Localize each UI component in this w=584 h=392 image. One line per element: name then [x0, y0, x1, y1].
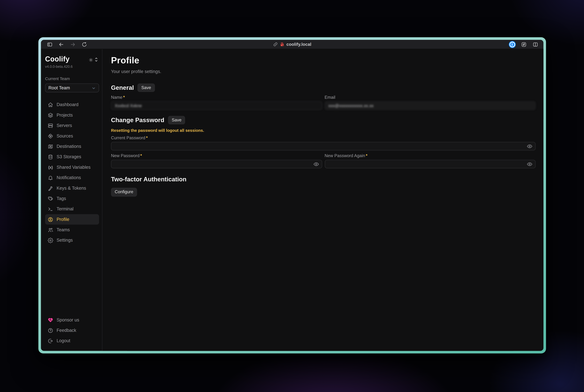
sidebar-item-label: Tags [56, 196, 66, 201]
name-input[interactable] [111, 102, 322, 110]
email-input[interactable] [325, 102, 536, 110]
sidebar-item-keys-tokens[interactable]: Keys & Tokens [45, 183, 99, 193]
required-asterisk: * [140, 154, 142, 158]
heart-handshake-icon [48, 317, 53, 323]
server-icon [48, 123, 53, 128]
sidebar-item-teams[interactable]: Teams [45, 225, 99, 235]
sidebar-item-label: Dashboard [56, 102, 78, 107]
eye-icon[interactable] [313, 162, 319, 167]
variables-icon: (x) [48, 164, 53, 170]
required-asterisk: * [146, 136, 148, 140]
forward-icon[interactable] [69, 41, 76, 48]
tag-icon [48, 196, 53, 201]
app-version: v4.0.0-beta.420.6 [45, 64, 72, 68]
sidebar-item-sources[interactable]: Sources [45, 131, 99, 141]
sidebar-item-label: Sources [56, 133, 73, 138]
eye-icon[interactable] [526, 144, 532, 150]
sidebar-toggle-icon[interactable] [46, 41, 53, 48]
sidebar-item-label: Shared Variables [56, 164, 90, 170]
new-password-again-input[interactable] [325, 160, 536, 168]
sidebar-item-servers[interactable]: Servers [45, 120, 99, 131]
window-frame: coolify.local [38, 37, 546, 354]
sidebar-item-notifications[interactable]: Notifications [45, 172, 99, 183]
required-asterisk: * [366, 154, 368, 158]
name-label: Name* [111, 95, 322, 100]
sidebar-item-tags[interactable]: Tags [45, 193, 99, 204]
eye-icon[interactable] [526, 162, 532, 167]
change-password-heading: Change Password [111, 117, 164, 124]
insecure-lock-icon [280, 42, 284, 46]
sidebar-nav: DashboardProjectsServersSourcesDestinati… [45, 100, 99, 246]
layers-icon [48, 112, 53, 118]
logout-icon [48, 338, 53, 344]
split-view-icon[interactable] [532, 41, 538, 48]
theme-toggle[interactable] [89, 56, 98, 63]
sidebar-item-label: Teams [56, 227, 70, 232]
sidebar-item-label: Logout [56, 338, 70, 344]
new-password-again-label: New Password Again* [325, 154, 536, 158]
sidebar-item-label: Terminal [56, 206, 74, 212]
sidebar-item-label: Sponsor us [56, 317, 79, 322]
sidebar-item-settings[interactable]: Settings [45, 235, 99, 246]
user-circle-icon [48, 216, 53, 222]
sidebar-item-label: S3 Storages [56, 154, 81, 160]
chevron-down-icon [92, 86, 96, 90]
sidebar-item-sponsor[interactable]: Sponsor us [45, 315, 99, 325]
sidebar-item-label: Feedback [56, 328, 76, 333]
page-subtitle: Your user profile settings. [111, 69, 536, 74]
team-select-value: Root Team [48, 85, 70, 90]
sidebar-item-label: Profile [56, 217, 69, 222]
sidebar-item-s3-storages[interactable]: S3 Storages [45, 152, 99, 162]
new-password-label: New Password* [111, 154, 322, 158]
general-save-button[interactable]: Save [138, 84, 155, 92]
sidebar-footer-nav: Sponsor usFeedbackLogout [45, 315, 99, 346]
sidebar-item-shared-variables[interactable]: (x)Shared Variables [45, 162, 99, 172]
reader-options-icon[interactable] [520, 41, 527, 48]
main-content: Profile Your user profile settings. Gene… [102, 49, 543, 351]
home-icon [48, 102, 53, 107]
team-select[interactable]: Root Team [45, 84, 99, 92]
link-icon [273, 42, 278, 46]
help-circle-icon [48, 328, 53, 333]
key-icon [48, 185, 53, 191]
sidebar-item-label: Settings [56, 238, 73, 243]
onepassword-icon[interactable] [509, 41, 516, 48]
current-password-label: Current Password* [111, 136, 536, 140]
new-password-input[interactable] [111, 160, 322, 168]
sidebar-item-projects[interactable]: Projects [45, 110, 99, 120]
sidebar-item-terminal[interactable]: Terminal [45, 204, 99, 214]
reload-icon[interactable] [81, 41, 88, 48]
change-password-save-button[interactable]: Save [168, 116, 185, 125]
two-factor-heading: Two-factor Authentication [111, 176, 186, 183]
sidebar-item-destinations[interactable]: Destinations [45, 141, 99, 152]
git-icon [48, 133, 53, 139]
current-team-label: Current Team [45, 76, 99, 81]
app-title: Coolify [45, 55, 72, 63]
sidebar-item-dashboard[interactable]: Dashboard [45, 100, 99, 110]
sun-icon [89, 58, 93, 62]
url-text: coolify.local [286, 42, 311, 46]
terminal-icon [48, 206, 53, 212]
configure-2fa-button[interactable]: Configure [111, 188, 137, 196]
email-label: Email [325, 95, 536, 100]
sidebar-item-label: Projects [56, 112, 73, 118]
sidebar-item-label: Keys & Tokens [56, 186, 86, 191]
general-heading: General [111, 84, 134, 91]
password-reset-warning: Resetting the password will logout all s… [111, 128, 536, 133]
address-bar[interactable]: coolify.local [273, 40, 311, 49]
bell-icon [48, 175, 53, 180]
gear-icon [48, 238, 53, 243]
sidebar-item-label: Servers [56, 123, 72, 128]
map-icon [48, 144, 53, 149]
sidebar-item-logout[interactable]: Logout [45, 336, 99, 346]
database-icon [48, 154, 53, 160]
sidebar: Coolify v4.0.0-beta.420.6 Current Team R [41, 49, 102, 351]
browser-window: coolify.local [41, 40, 543, 351]
sidebar-item-profile[interactable]: Profile [45, 214, 99, 224]
current-password-input[interactable] [111, 142, 536, 151]
required-asterisk: * [123, 95, 125, 100]
back-icon[interactable] [58, 41, 64, 48]
sidebar-item-label: Notifications [56, 175, 81, 180]
sidebar-item-feedback[interactable]: Feedback [45, 325, 99, 336]
users-icon [48, 227, 53, 232]
